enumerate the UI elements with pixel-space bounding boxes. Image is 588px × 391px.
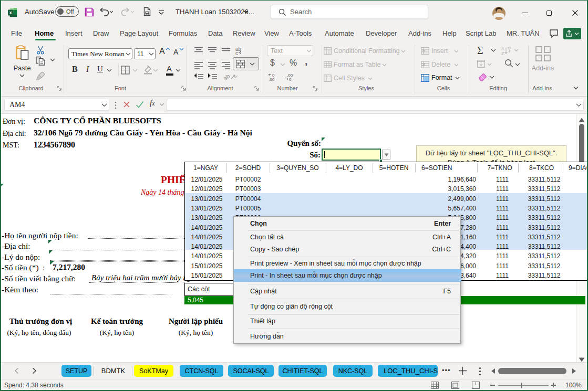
svg-text:ab: ab: [222, 73, 231, 81]
svg-text:0: 0: [289, 77, 292, 82]
svg-text:Z: Z: [501, 51, 504, 56]
svg-text:.00: .00: [269, 77, 275, 82]
svg-text:x: x: [9, 10, 12, 15]
svg-text:c: c: [235, 50, 238, 56]
